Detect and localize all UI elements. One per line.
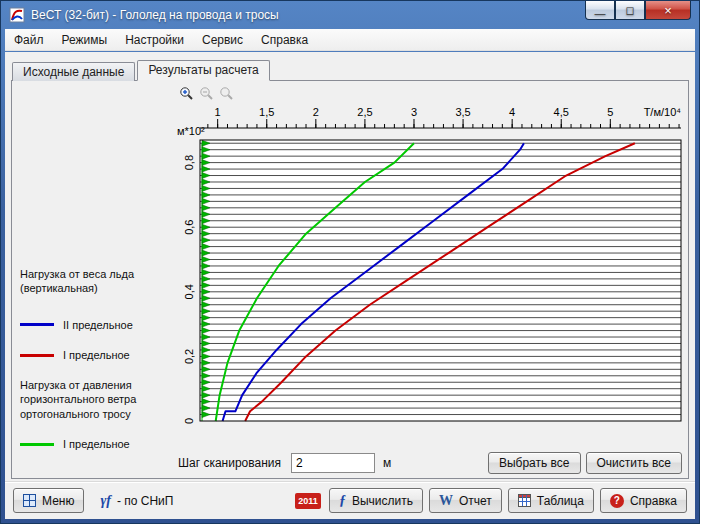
tab-results[interactable]: Результаты расчета: [137, 60, 269, 81]
results-chart[interactable]: 11,522,533,544,55Т/м/10⁴м*10²00,20,40,60…: [176, 103, 684, 443]
chart-legend: Нагрузка от веса льда (вертикальная) II …: [20, 267, 172, 467]
tab-source-data[interactable]: Исходные данные: [12, 62, 135, 81]
table-label: Таблица: [537, 494, 584, 508]
report-label: Отчет: [459, 494, 492, 508]
legend-line-red: [20, 354, 54, 357]
menu-button[interactable]: Меню: [13, 488, 84, 513]
tab-strip: Исходные данные Результаты расчета: [12, 60, 272, 81]
legend-ice-title: Нагрузка от веса льда (вертикальная): [20, 267, 172, 296]
caption-buttons: — ◻ ×: [585, 1, 691, 20]
menu-settings[interactable]: Настройки: [116, 30, 193, 50]
table-icon: [518, 494, 531, 507]
menu-file[interactable]: Файл: [5, 30, 53, 50]
word-icon: W: [439, 493, 453, 509]
menu-help[interactable]: Справка: [252, 30, 317, 50]
legend-label-ice-i: I предельное: [63, 348, 130, 362]
app-window: ВеСТ (32-бит) - Гололед на провода и тро…: [0, 0, 700, 524]
zoom-in-icon: [179, 86, 194, 101]
legend-item-wind-i: I предельное: [20, 437, 172, 451]
svg-text:2,5: 2,5: [357, 106, 372, 118]
svg-text:4,5: 4,5: [554, 106, 569, 118]
svg-text:0: 0: [183, 418, 195, 424]
svg-text:0,6: 0,6: [183, 220, 195, 235]
svg-text:5: 5: [607, 106, 613, 118]
bottom-toolbar: Меню γf - по СНиП 2011 ƒ Вычислить W Отч…: [5, 481, 695, 519]
menu-bar: Файл Режимы Настройки Сервис Справка: [5, 29, 695, 51]
menu-grid-icon: [23, 494, 36, 507]
report-button[interactable]: W Отчет: [429, 488, 502, 513]
app-icon: [9, 7, 25, 23]
gamma-f-icon: γf: [100, 493, 111, 509]
menu-service[interactable]: Сервис: [193, 30, 252, 50]
svg-text:2: 2: [313, 106, 319, 118]
toolbar-right-group: ƒ Вычислить W Отчет Таблица: [329, 488, 687, 513]
table-button[interactable]: Таблица: [508, 488, 594, 513]
menu-button-label: Меню: [42, 494, 74, 508]
legend-line-green: [20, 443, 54, 446]
svg-text:Т/м/10⁴: Т/м/10⁴: [644, 106, 682, 118]
svg-text:1,5: 1,5: [259, 106, 274, 118]
scan-step-unit: м: [383, 456, 391, 470]
chart-area: 11,522,533,544,55Т/м/10⁴м*10²00,20,40,60…: [176, 83, 686, 447]
select-all-button[interactable]: Выбрать все: [488, 452, 581, 474]
legend-label-ice-ii: II предельное: [63, 318, 133, 332]
close-icon: ×: [664, 3, 672, 18]
legend-label-wind-i: I предельное: [63, 437, 130, 451]
calculate-icon: ƒ: [339, 493, 346, 509]
menu-modes[interactable]: Режимы: [53, 30, 117, 50]
legend-wind-title: Нагрузка от давления горизонтального вет…: [20, 378, 172, 421]
calculate-label: Вычислить: [352, 494, 413, 508]
zoom-in-button[interactable]: [178, 85, 195, 102]
clear-all-button[interactable]: Очистить все: [586, 452, 682, 474]
maximize-icon: ◻: [625, 4, 634, 17]
chart-zoom-toolbar: [176, 83, 686, 103]
svg-text:0,2: 0,2: [183, 349, 195, 364]
zoom-out-button[interactable]: [198, 85, 215, 102]
zoom-reset-button[interactable]: [218, 85, 235, 102]
svg-text:0,8: 0,8: [183, 155, 195, 170]
content-area: Исходные данные Результаты расчета Нагру…: [5, 52, 695, 519]
norms-year-badge[interactable]: 2011: [295, 493, 321, 509]
scan-step-label: Шаг сканирования: [178, 456, 281, 470]
help-button[interactable]: ? Справка: [600, 488, 687, 513]
svg-text:4: 4: [509, 106, 515, 118]
zoom-reset-icon: [219, 86, 234, 101]
window-title: ВеСТ (32-бит) - Гололед на провода и тро…: [31, 8, 279, 22]
scan-step-input[interactable]: [291, 453, 375, 473]
minimize-icon: —: [595, 7, 606, 19]
svg-text:м*10²: м*10²: [177, 125, 205, 137]
calculate-button[interactable]: ƒ Вычислить: [329, 488, 423, 513]
snip-mode-item[interactable]: γf - по СНиП: [96, 491, 177, 511]
title-bar[interactable]: ВеСТ (32-бит) - Гололед на провода и тро…: [1, 1, 699, 29]
snip-mode-label: - по СНиП: [117, 494, 174, 508]
help-icon: ?: [610, 494, 624, 508]
maximize-button[interactable]: ◻: [615, 1, 645, 20]
help-label: Справка: [630, 494, 677, 508]
svg-text:3,5: 3,5: [455, 106, 470, 118]
legend-item-ice-i: I предельное: [20, 348, 172, 362]
svg-text:1: 1: [215, 106, 221, 118]
legend-line-blue: [20, 323, 54, 326]
legend-item-ice-ii: II предельное: [20, 318, 172, 332]
minimize-button[interactable]: —: [585, 1, 615, 20]
scan-step-row: Шаг сканирования м Выбрать все Очистить …: [178, 451, 682, 475]
close-button[interactable]: ×: [645, 1, 691, 20]
zoom-out-icon: [199, 86, 214, 101]
svg-text:0,4: 0,4: [183, 284, 195, 299]
results-panel: Нагрузка от веса льда (вертикальная) II …: [11, 80, 689, 479]
svg-text:3: 3: [411, 106, 417, 118]
